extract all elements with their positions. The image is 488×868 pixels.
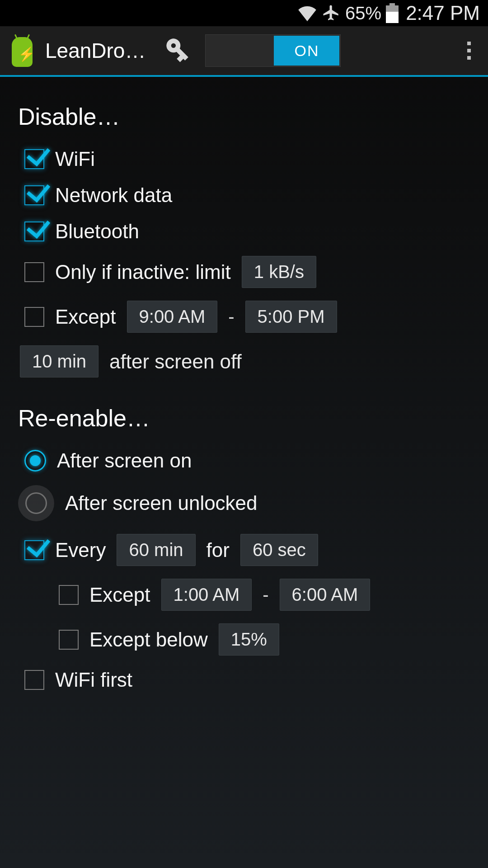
checkbox-network-data[interactable] [24,185,44,205]
every-duration-button[interactable]: 60 sec [240,534,318,566]
disable-except-from-button[interactable]: 9:00 AM [127,301,218,333]
reenable-except-to-button[interactable]: 6:00 AM [280,579,371,611]
toggle-on-label: ON [274,36,339,66]
status-bar: 65% 2:47 PM [0,0,488,26]
radio-after-screen-on[interactable] [24,450,46,472]
checkbox-reenable-except[interactable] [59,585,79,605]
label-wifi: WiFi [55,148,95,170]
checkbox-every[interactable] [24,540,44,560]
row-disable-except[interactable]: Except 9:00 AM - 5:00 PM [18,294,470,339]
label-bluetooth: Bluetooth [55,220,139,243]
label-after-unlocked: After screen unlocked [65,492,258,514]
label-reenable-except: Except [89,584,150,606]
checkbox-only-if-inactive[interactable] [24,262,44,282]
clock: 2:47 PM [406,2,480,24]
battery-percent: 65% [345,3,381,24]
wifi-icon [297,5,317,21]
checkbox-wifi-first[interactable] [24,670,44,690]
row-wifi[interactable]: WiFi [18,141,470,177]
battery-icon [386,3,399,23]
label-for: for [206,539,230,561]
label-wifi-first: WiFi first [55,669,132,691]
label-only-if-inactive: Only if inactive: limit [55,261,231,283]
label-after-screen-on: After screen on [57,449,192,472]
label-except-below: Except below [89,628,208,651]
disable-except-to-button[interactable]: 5:00 PM [245,301,337,333]
dash: - [263,585,268,605]
checkbox-wifi[interactable] [24,149,44,169]
row-except-below[interactable]: Except below 15% [18,617,470,662]
row-after-unlocked[interactable]: After screen unlocked [18,479,470,528]
checkbox-disable-except[interactable] [24,307,44,327]
dash: - [228,307,234,327]
row-after-screen-on[interactable]: After screen on [18,443,470,479]
radio-after-unlocked[interactable] [25,492,47,514]
key-icon[interactable] [164,36,192,66]
reenable-section-title: Re-enable… [18,405,470,432]
row-wifi-first[interactable]: WiFi first [18,662,470,698]
row-every[interactable]: Every 60 min for 60 sec [18,528,470,572]
disable-section-title: Disable… [18,103,470,130]
row-reenable-except[interactable]: Except 1:00 AM - 6:00 AM [18,572,470,617]
row-network-data[interactable]: Network data [18,177,470,213]
row-bluetooth[interactable]: Bluetooth [18,213,470,250]
content: Disable… WiFi Network data Bluetooth Onl… [0,77,488,715]
master-toggle[interactable]: ON [205,34,341,67]
radio-ripple [18,485,54,521]
airplane-icon [322,4,341,23]
label-network-data: Network data [55,184,172,207]
action-bar: ⚡ LeanDro… ON [0,26,488,77]
app-icon: ⚡ [8,34,36,67]
app-title: LeanDro… [45,38,145,63]
row-after-screen-off: 10 min after screen off [18,339,470,384]
except-below-button[interactable]: 15% [219,623,279,656]
reenable-except-from-button[interactable]: 1:00 AM [161,579,252,611]
checkbox-bluetooth[interactable] [24,222,44,241]
after-delay-button[interactable]: 10 min [20,345,99,377]
label-every: Every [55,539,106,561]
label-disable-except: Except [55,306,116,328]
row-only-if-inactive[interactable]: Only if inactive: limit 1 kB/s [18,250,470,294]
checkbox-except-below[interactable] [59,630,79,650]
inactive-limit-button[interactable]: 1 kB/s [242,256,316,288]
overflow-menu-icon[interactable] [458,39,480,62]
after-label: after screen off [109,350,242,373]
every-interval-button[interactable]: 60 min [117,534,195,566]
